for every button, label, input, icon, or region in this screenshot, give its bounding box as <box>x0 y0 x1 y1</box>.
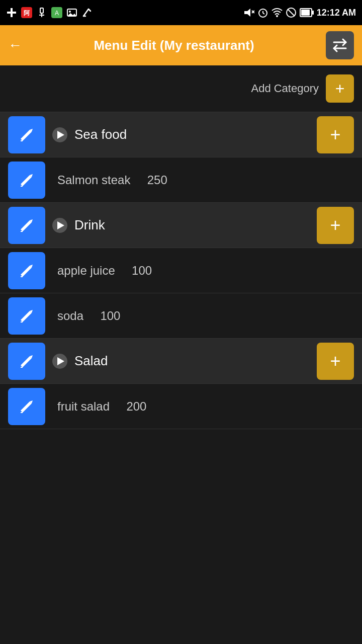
usb-icon <box>36 7 47 18</box>
add-category-button[interactable]: + <box>326 74 354 103</box>
edit-pencil-icon-soda <box>18 307 36 325</box>
edit-soda-button[interactable] <box>8 297 45 335</box>
drink-category-name: Drink <box>74 217 310 233</box>
edit-fruit-salad-button[interactable] <box>8 388 45 425</box>
edit-pencil-icon-drink <box>18 216 36 234</box>
mute-icon <box>243 7 254 18</box>
battery-icon <box>300 8 314 17</box>
category-row-seafood: Sea food + <box>0 112 362 157</box>
salad-category-name: Salad <box>74 353 310 369</box>
svg-line-11 <box>83 9 88 16</box>
svg-text:阿: 阿 <box>24 10 30 17</box>
svg-line-12 <box>88 9 90 11</box>
add-drink-item-plus-icon: + <box>330 216 340 234</box>
status-bar-right-icons: 12:12 AM <box>243 7 356 18</box>
svg-marker-14 <box>244 9 250 17</box>
item-row-soda: soda 100 <box>0 293 362 339</box>
seafood-category-name: Sea food <box>74 127 310 142</box>
expand-seafood-icon[interactable] <box>52 127 67 142</box>
category-row-drink: Drink + <box>0 203 362 248</box>
item-row-fruit-salad: fruit salad 200 <box>0 384 362 429</box>
status-bar: 阿 A 12:12 AM <box>0 0 362 25</box>
alarm-icon <box>257 7 268 18</box>
add-icon <box>6 7 17 18</box>
expand-drink-icon[interactable] <box>52 218 67 233</box>
edit-salmon-steak-button[interactable] <box>8 162 45 199</box>
wifi-icon <box>272 7 283 18</box>
edit-pencil-icon-fruit-salad <box>18 397 36 416</box>
item-row-apple-juice: apple juice 100 <box>0 248 362 293</box>
page-title: Menu Edit (My restaurant) <box>28 38 320 53</box>
svg-point-10 <box>69 11 71 13</box>
edit-pencil-icon-apple-juice <box>18 262 36 280</box>
add-drink-item-button[interactable]: + <box>317 207 354 244</box>
edit-apple-juice-button[interactable] <box>8 252 45 289</box>
svg-rect-4 <box>40 8 43 13</box>
item-row-salmon-steak: Salmon steak 250 <box>0 157 362 203</box>
content: Add Category + Sea food + <box>0 65 362 644</box>
fruit-salad-name: fruit salad 200 <box>52 399 354 414</box>
image-icon <box>66 7 77 18</box>
salmon-steak-name: Salmon steak 250 <box>52 173 354 187</box>
apple-juice-name: apple juice 100 <box>52 264 354 278</box>
status-time: 12:12 AM <box>317 8 356 18</box>
soda-name: soda 100 <box>52 309 354 323</box>
add-seafood-item-button[interactable]: + <box>317 116 354 153</box>
no-icon <box>286 7 297 18</box>
edit-drink-button[interactable] <box>8 207 45 244</box>
switch-icon <box>332 37 348 53</box>
back-button[interactable]: ← <box>8 37 22 53</box>
svg-rect-24 <box>301 10 310 16</box>
app-icon-2: A <box>51 7 62 18</box>
header: ← Menu Edit (My restaurant) <box>0 25 362 65</box>
edit-pencil-icon-salad <box>18 352 36 370</box>
add-salad-item-button[interactable]: + <box>317 343 354 380</box>
svg-line-19 <box>263 13 264 14</box>
add-category-row: Add Category + <box>0 65 362 112</box>
svg-text:A: A <box>55 10 59 17</box>
switch-button[interactable] <box>326 31 354 59</box>
pencil-icon <box>81 7 93 18</box>
svg-point-20 <box>276 15 278 17</box>
edit-pencil-icon <box>18 126 36 144</box>
add-salad-item-plus-icon: + <box>330 352 340 370</box>
expand-salad-icon[interactable] <box>52 354 67 369</box>
category-row-salad: Salad + <box>0 339 362 384</box>
svg-rect-25 <box>312 11 314 15</box>
app-icon-1: 阿 <box>21 7 32 18</box>
svg-line-22 <box>288 9 295 16</box>
edit-pencil-icon-salmon <box>18 171 36 189</box>
add-category-plus-icon: + <box>335 80 345 97</box>
add-category-label: Add Category <box>251 82 319 95</box>
svg-rect-1 <box>7 12 16 14</box>
edit-seafood-button[interactable] <box>8 116 45 153</box>
add-seafood-item-plus-icon: + <box>330 126 340 144</box>
edit-salad-button[interactable] <box>8 343 45 380</box>
status-bar-left-icons: 阿 A <box>6 7 93 18</box>
